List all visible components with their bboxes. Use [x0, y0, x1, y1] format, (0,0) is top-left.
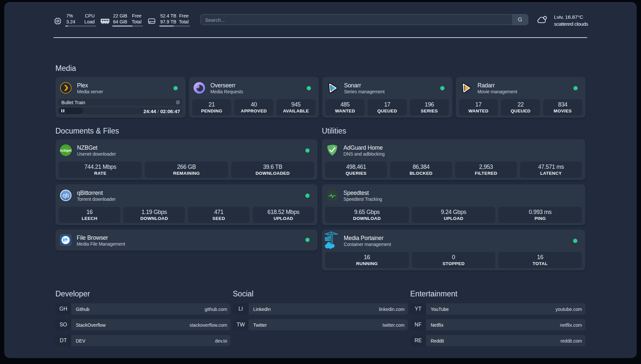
- svg-text:qb: qb: [63, 192, 69, 199]
- svg-text:nzbget: nzbget: [60, 148, 72, 152]
